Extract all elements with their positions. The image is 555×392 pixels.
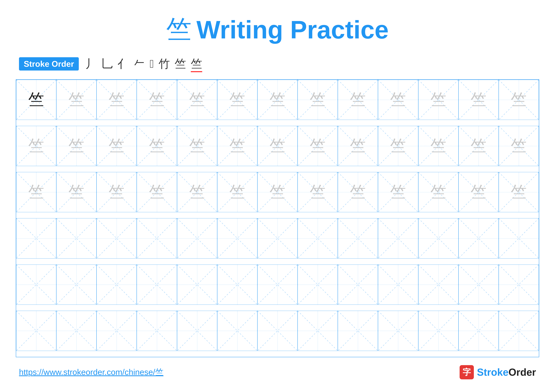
grid-cell[interactable] bbox=[96, 218, 137, 258]
grid-cell[interactable]: 竺 bbox=[499, 80, 539, 120]
grid-cell[interactable] bbox=[56, 311, 96, 351]
grid-cell[interactable] bbox=[16, 311, 56, 351]
grid-cell[interactable] bbox=[137, 218, 177, 258]
grid-cell[interactable]: 竺 bbox=[56, 80, 96, 120]
svg-line-90 bbox=[258, 218, 297, 258]
svg-line-116 bbox=[258, 265, 297, 305]
grid-cell[interactable]: 竺 bbox=[56, 126, 96, 166]
grid-cell[interactable] bbox=[137, 264, 177, 305]
grid-cell[interactable] bbox=[298, 311, 338, 351]
svg-line-85 bbox=[137, 218, 177, 258]
grid-cell[interactable] bbox=[56, 218, 96, 258]
grid-cell[interactable] bbox=[418, 218, 459, 258]
grid-cell[interactable] bbox=[459, 264, 499, 305]
practice-char: 竺 bbox=[431, 138, 446, 154]
grid-cell[interactable]: 竺 bbox=[96, 126, 137, 166]
grid-cell[interactable] bbox=[418, 264, 459, 305]
grid-cell[interactable]: 竺 bbox=[137, 80, 177, 120]
svg-line-88 bbox=[217, 218, 257, 258]
practice-char: 竺 bbox=[149, 184, 165, 200]
grid-cell[interactable]: 竺 bbox=[217, 126, 257, 166]
stroke-sequence: 丿 ⺃ ⺅ 𠂉 𠂊 竹 竺 竺 bbox=[85, 56, 202, 71]
grid-cell[interactable]: 竺 bbox=[418, 126, 459, 166]
grid-cell[interactable] bbox=[177, 311, 217, 351]
grid-cell[interactable]: 竺 bbox=[16, 80, 56, 120]
grid-cell[interactable]: 竺 bbox=[499, 126, 539, 166]
practice-char: 竺 bbox=[109, 138, 124, 154]
grid-cell[interactable]: 竺 bbox=[338, 172, 378, 212]
grid-cell[interactable]: 竺 bbox=[418, 172, 459, 212]
grid-cell[interactable] bbox=[137, 311, 177, 351]
grid-cell[interactable] bbox=[56, 264, 96, 305]
grid-cell[interactable]: 竺 bbox=[16, 126, 56, 166]
grid-cell[interactable] bbox=[177, 264, 217, 305]
svg-line-112 bbox=[177, 265, 217, 305]
grid-cell[interactable] bbox=[459, 311, 499, 351]
grid-cell[interactable]: 竺 bbox=[177, 172, 217, 212]
grid-cell[interactable]: 竺 bbox=[137, 172, 177, 212]
grid-cell[interactable]: 竺 bbox=[16, 172, 56, 212]
grid-cell[interactable] bbox=[257, 264, 298, 305]
grid-cell[interactable]: 竺 bbox=[137, 126, 177, 166]
grid-cell[interactable] bbox=[378, 218, 418, 258]
grid-cell[interactable] bbox=[217, 218, 257, 258]
grid-cell[interactable]: 竺 bbox=[418, 80, 459, 120]
grid-cell[interactable] bbox=[378, 311, 418, 351]
svg-line-107 bbox=[57, 265, 96, 305]
grid-cell[interactable] bbox=[338, 311, 378, 351]
grid-cell[interactable]: 竺 bbox=[459, 172, 499, 212]
grid-cell[interactable] bbox=[217, 311, 257, 351]
practice-char: 竺 bbox=[229, 138, 245, 154]
grid-cell[interactable] bbox=[257, 218, 298, 258]
svg-line-120 bbox=[338, 265, 378, 305]
svg-line-124 bbox=[418, 265, 458, 305]
practice-char: 竺 bbox=[511, 92, 527, 108]
grid-cell[interactable]: 竺 bbox=[217, 172, 257, 212]
grid-cell[interactable] bbox=[16, 264, 56, 305]
grid-cell[interactable]: 竺 bbox=[459, 80, 499, 120]
grid-cell[interactable]: 竺 bbox=[56, 172, 96, 212]
svg-line-118 bbox=[298, 265, 338, 305]
grid-cell[interactable] bbox=[298, 218, 338, 258]
practice-char: 竺 bbox=[511, 184, 527, 200]
grid-cell[interactable] bbox=[378, 264, 418, 305]
grid-cell[interactable]: 竺 bbox=[177, 80, 217, 120]
grid-cell[interactable]: 竺 bbox=[338, 126, 378, 166]
svg-line-130 bbox=[16, 311, 56, 351]
grid-cell[interactable] bbox=[418, 311, 459, 351]
grid-cell[interactable] bbox=[177, 218, 217, 258]
practice-char: 竺 bbox=[431, 184, 446, 200]
grid-cell[interactable]: 竺 bbox=[298, 80, 338, 120]
grid-cell[interactable]: 竺 bbox=[298, 172, 338, 212]
grid-cell[interactable]: 竺 bbox=[499, 172, 539, 212]
svg-line-106 bbox=[57, 265, 96, 305]
grid-cell[interactable] bbox=[338, 218, 378, 258]
grid-cell[interactable]: 竺 bbox=[257, 80, 298, 120]
grid-cell[interactable]: 竺 bbox=[177, 126, 217, 166]
grid-cell[interactable] bbox=[257, 311, 298, 351]
grid-cell[interactable]: 竺 bbox=[298, 126, 338, 166]
grid-cell[interactable]: 竺 bbox=[459, 126, 499, 166]
grid-cell[interactable]: 竺 bbox=[338, 80, 378, 120]
grid-cell[interactable] bbox=[499, 311, 539, 351]
grid-cell[interactable] bbox=[217, 264, 257, 305]
grid-cell[interactable]: 竺 bbox=[378, 80, 418, 120]
grid-cell[interactable] bbox=[499, 264, 539, 305]
grid-cell[interactable]: 竺 bbox=[257, 172, 298, 212]
grid-cell[interactable] bbox=[96, 264, 137, 305]
grid-cell[interactable] bbox=[96, 311, 137, 351]
grid-cell[interactable] bbox=[298, 264, 338, 305]
grid-cell[interactable]: 竺 bbox=[96, 172, 137, 212]
grid-cell[interactable]: 竺 bbox=[378, 126, 418, 166]
grid-cell[interactable]: 竺 bbox=[217, 80, 257, 120]
grid-cell[interactable]: 竺 bbox=[257, 126, 298, 166]
grid-cell[interactable] bbox=[16, 218, 56, 258]
svg-line-146 bbox=[338, 311, 378, 351]
grid-cell[interactable] bbox=[459, 218, 499, 258]
grid-cell[interactable] bbox=[338, 264, 378, 305]
grid-cell[interactable]: 竺 bbox=[96, 80, 137, 120]
grid-cell[interactable] bbox=[499, 218, 539, 258]
footer-url[interactable]: https://www.strokeorder.com/chinese/竺 bbox=[19, 367, 163, 378]
grid-cell[interactable]: 竺 bbox=[378, 172, 418, 212]
stroke-step-4: 𠂉 bbox=[133, 57, 145, 71]
